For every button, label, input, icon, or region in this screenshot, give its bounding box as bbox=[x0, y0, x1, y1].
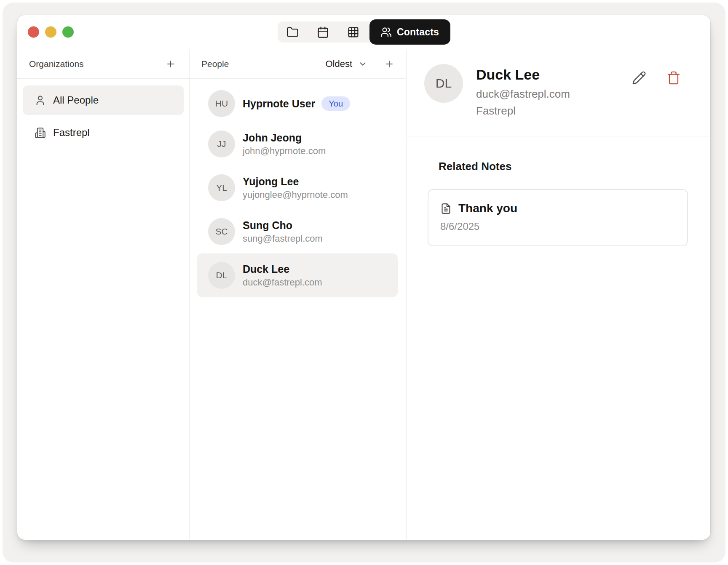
person-email: sung@fastrepl.com bbox=[243, 233, 323, 245]
tab-notes[interactable] bbox=[278, 21, 308, 43]
note-title: Thank you bbox=[458, 201, 517, 216]
avatar: DL bbox=[208, 262, 235, 289]
app-window: Contacts Organizations bbox=[17, 15, 710, 540]
sidebar-item-fastrepl[interactable]: Fastrepl bbox=[23, 118, 184, 147]
sidebar-item-label: All People bbox=[53, 94, 99, 106]
contact-detail-panel: DL Duck Lee duck@fastrepl.com Fastrepl bbox=[407, 49, 710, 540]
avatar: HU bbox=[208, 90, 235, 117]
person-name: John Jeong bbox=[243, 131, 326, 144]
tab-table[interactable] bbox=[338, 21, 369, 43]
trash-icon bbox=[666, 71, 681, 85]
contact-name: Duck Lee bbox=[476, 66, 570, 83]
sort-dropdown-value: Oldest bbox=[325, 59, 352, 69]
people-header: People Oldest bbox=[190, 49, 406, 79]
table-icon bbox=[347, 26, 359, 38]
organizations-header: Organizations bbox=[17, 49, 189, 79]
tab-contacts-label: Contacts bbox=[397, 27, 439, 38]
add-person-button[interactable] bbox=[383, 57, 396, 71]
you-badge: You bbox=[321, 96, 350, 111]
person-email: john@hyprnote.com bbox=[243, 145, 326, 157]
plus-icon bbox=[384, 59, 394, 69]
contact-detail-header: DL Duck Lee duck@fastrepl.com Fastrepl bbox=[407, 49, 710, 136]
person-email: yujonglee@hyprnote.com bbox=[243, 189, 348, 201]
delete-contact-button[interactable] bbox=[665, 69, 682, 87]
view-tabs: Contacts bbox=[278, 19, 450, 45]
person-name: Yujong Lee bbox=[243, 175, 348, 188]
main-content: Organizations All People bbox=[17, 49, 710, 540]
file-text-icon bbox=[440, 203, 452, 214]
person-email: duck@fastrepl.com bbox=[243, 277, 322, 288]
users-icon bbox=[380, 27, 392, 38]
people-list: HU Hyprnote User You JJ John Jeong john@… bbox=[190, 79, 406, 297]
tab-contacts[interactable]: Contacts bbox=[369, 19, 450, 45]
person-row-yujong-lee[interactable]: YL Yujong Lee yujonglee@hyprnote.com bbox=[197, 166, 398, 210]
person-name: Hyprnote User bbox=[243, 97, 315, 110]
organizations-sidebar: Organizations All People bbox=[17, 49, 190, 540]
edit-contact-button[interactable] bbox=[630, 69, 648, 87]
sort-dropdown[interactable]: Oldest bbox=[325, 59, 367, 69]
note-card[interactable]: Thank you 8/6/2025 bbox=[428, 189, 688, 246]
view-switcher: Contacts bbox=[278, 19, 450, 45]
person-name: Sung Cho bbox=[243, 219, 323, 232]
person-row-sung-cho[interactable]: SC Sung Cho sung@fastrepl.com bbox=[197, 210, 398, 253]
titlebar: Contacts bbox=[17, 15, 710, 49]
pencil-icon bbox=[632, 71, 646, 85]
avatar: JJ bbox=[208, 131, 235, 157]
person-row-john-jeong[interactable]: JJ John Jeong john@hyprnote.com bbox=[197, 122, 398, 166]
people-column: People Oldest HU bbox=[190, 49, 407, 540]
add-organization-button[interactable] bbox=[164, 57, 177, 71]
organizations-list: All People Fastrepl bbox=[17, 79, 189, 150]
minimize-window-button[interactable] bbox=[45, 27, 56, 38]
avatar: SC bbox=[208, 218, 235, 245]
tab-calendar[interactable] bbox=[308, 21, 338, 43]
close-window-button[interactable] bbox=[28, 27, 39, 38]
zoom-window-button[interactable] bbox=[62, 27, 74, 38]
contact-email: duck@fastrepl.com bbox=[476, 87, 570, 101]
related-notes-section: Related Notes Thank you 8/6/2025 bbox=[407, 136, 710, 246]
sidebar-item-all-people[interactable]: All People bbox=[23, 85, 184, 115]
calendar-icon bbox=[317, 26, 329, 38]
traffic-lights bbox=[28, 27, 74, 38]
user-icon bbox=[35, 95, 46, 106]
chevron-down-icon bbox=[358, 59, 367, 69]
people-title: People bbox=[201, 59, 229, 69]
folder-icon bbox=[286, 26, 299, 38]
avatar: YL bbox=[208, 174, 235, 201]
contact-actions bbox=[630, 69, 682, 87]
building-icon bbox=[35, 127, 46, 139]
person-row-hyprnote-user[interactable]: HU Hyprnote User You bbox=[197, 85, 398, 122]
avatar: DL bbox=[424, 64, 463, 103]
person-row-duck-lee[interactable]: DL Duck Lee duck@fastrepl.com bbox=[197, 253, 398, 297]
organizations-title: Organizations bbox=[29, 59, 84, 69]
related-notes-title: Related Notes bbox=[439, 160, 710, 173]
contact-organization: Fastrepl bbox=[476, 104, 570, 118]
person-name: Duck Lee bbox=[243, 263, 322, 276]
note-date: 8/6/2025 bbox=[440, 220, 675, 233]
plus-icon bbox=[166, 59, 176, 69]
sidebar-item-label: Fastrepl bbox=[53, 127, 90, 139]
